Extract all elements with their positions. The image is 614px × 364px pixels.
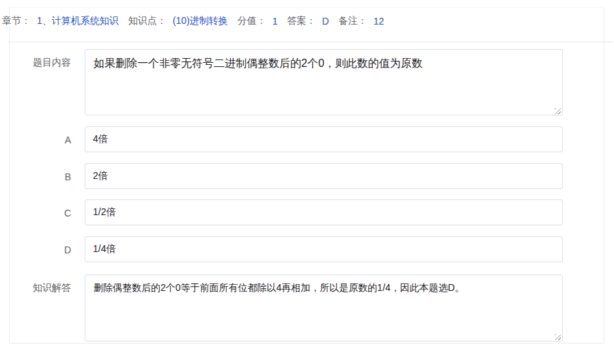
question-content-textarea[interactable]: 如果删除一个非零无符号二进制偶整数后的2个0，则此数的值为原数 xyxy=(85,49,563,115)
knowledge-point-label: 知识点： xyxy=(128,15,167,27)
knowledge-point-value: (10)进制转换 xyxy=(173,15,228,27)
answer-value: D xyxy=(322,16,329,27)
option-d-label: D xyxy=(10,244,71,255)
explanation-textarea[interactable]: 删除偶整数后的2个0等于前面所有位都除以4再相加，所以是原数的1/4，因此本题选… xyxy=(85,275,563,341)
meta-knowledge-point: 知识点： (10)进制转换 xyxy=(128,15,228,27)
question-meta-bar: 章节： 1、计算机系统知识 知识点： (10)进制转换 分值： 1 答案： D … xyxy=(2,0,613,42)
question-detail-page: 章节： 1、计算机系统知识 知识点： (10)进制转换 分值： 1 答案： D … xyxy=(0,0,614,364)
option-a-input[interactable] xyxy=(85,126,563,152)
chapter-value: 1、计算机系统知识 xyxy=(37,15,119,27)
resize-handle-icon[interactable] xyxy=(555,108,561,114)
remark-value: 12 xyxy=(374,16,385,27)
option-a-label: A xyxy=(10,135,71,145)
score-value: 1 xyxy=(273,16,278,27)
meta-remark: 备注： 12 xyxy=(339,15,385,27)
option-c-input[interactable] xyxy=(85,199,563,225)
question-content-label: 题目内容 xyxy=(10,57,71,69)
remark-label: 备注： xyxy=(339,15,367,27)
meta-chapter: 章节： 1、计算机系统知识 xyxy=(2,15,119,27)
score-label: 分值： xyxy=(238,15,266,27)
option-d-input[interactable] xyxy=(85,236,563,262)
meta-score: 分值： 1 xyxy=(238,15,278,27)
option-b-label: B xyxy=(10,171,71,182)
explanation-label: 知识解答 xyxy=(10,282,71,294)
meta-answer: 答案： D xyxy=(288,15,329,27)
option-b-input[interactable] xyxy=(85,163,563,189)
answer-label: 答案： xyxy=(288,15,316,27)
meta-bar-divider xyxy=(8,42,613,42)
resize-handle-icon[interactable] xyxy=(555,334,561,340)
option-c-label: C xyxy=(10,208,71,219)
chapter-label: 章节： xyxy=(2,15,31,27)
